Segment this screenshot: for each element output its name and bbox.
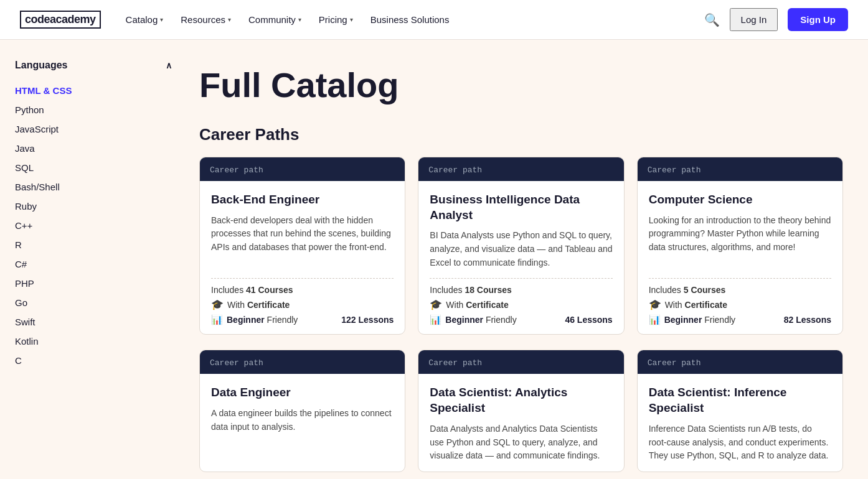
nav-item-resources[interactable]: Resources ▾ xyxy=(173,9,238,30)
card-description: A data engineer builds the pipelines to … xyxy=(211,407,394,463)
certificate-icon: 🎓 xyxy=(211,299,224,310)
card-lessons-count: 122 Lessons xyxy=(341,315,394,325)
card-header: Career path xyxy=(200,157,405,181)
card-certificate: 🎓 With Certificate xyxy=(211,299,394,310)
card-title: Data Engineer xyxy=(211,385,394,401)
page-layout: Languages ∧ HTML & CSSPythonJavaScriptJa… xyxy=(0,40,868,479)
card-certificate: 🎓 With Certificate xyxy=(649,299,831,310)
card-title: Data Scientist: Inference Specialist xyxy=(649,385,831,416)
logo-text2: academy xyxy=(50,13,96,26)
card-level: 📊 Beginner Friendly 122 Lessons xyxy=(211,314,394,325)
career-path-card[interactable]: Career path Data Engineer A data enginee… xyxy=(199,350,405,472)
card-title: Back-End Engineer xyxy=(211,192,394,208)
bar-chart-icon: 📊 xyxy=(430,314,441,325)
career-path-label: Career path xyxy=(428,358,482,368)
card-header: Career path xyxy=(418,157,623,181)
card-body: Data Scientist: Inference Specialist Inf… xyxy=(638,374,842,471)
card-description: Looking for an introduction to the theor… xyxy=(649,214,831,270)
career-path-label: Career path xyxy=(648,165,701,175)
card-certificate: 🎓 With Certificate xyxy=(430,299,612,310)
nav-right: 🔍 Log In Sign Up xyxy=(704,8,848,31)
chevron-down-icon: ▾ xyxy=(350,16,353,23)
sidebar-item-java[interactable]: Java xyxy=(15,139,172,158)
card-header: Career path xyxy=(638,157,842,181)
card-includes: Includes 41 Courses xyxy=(211,285,394,295)
sidebar-item-swift[interactable]: Swift xyxy=(15,312,172,332)
card-lessons-count: 82 Lessons xyxy=(784,315,831,325)
search-icon[interactable]: 🔍 xyxy=(704,12,720,27)
certificate-icon: 🎓 xyxy=(430,299,442,310)
card-body: Data Scientist: Analytics Specialist Dat… xyxy=(418,374,623,471)
card-title: Computer Science xyxy=(649,192,831,208)
sidebar-item-go[interactable]: Go xyxy=(15,293,172,312)
card-lessons-count: 46 Lessons xyxy=(565,315,612,325)
card-title: Business Intelligence Data Analyst xyxy=(430,192,612,223)
career-path-card[interactable]: Career path Business Intelligence Data A… xyxy=(418,157,624,335)
sidebar-items-list: HTML & CSSPythonJavaScriptJavaSQLBash/Sh… xyxy=(15,81,172,370)
with-label: With Certificate xyxy=(665,300,727,310)
card-body: Back-End Engineer Back-end developers de… xyxy=(200,181,405,334)
nav-item-community[interactable]: Community ▾ xyxy=(241,9,309,30)
career-path-label: Career path xyxy=(648,358,701,368)
sidebar: Languages ∧ HTML & CSSPythonJavaScriptJa… xyxy=(0,40,187,479)
sidebar-item-bash-shell[interactable]: Bash/Shell xyxy=(15,177,172,197)
card-body: Business Intelligence Data Analyst BI Da… xyxy=(418,181,623,334)
card-body: Data Engineer A data engineer builds the… xyxy=(200,374,405,471)
card-header: Career path xyxy=(638,350,842,374)
nav-resources-label: Resources xyxy=(181,14,225,25)
logo-text1: code xyxy=(25,13,50,26)
page-title: Full Catalog xyxy=(199,65,843,105)
chevron-down-icon: ▾ xyxy=(228,16,231,23)
career-path-label: Career path xyxy=(210,165,263,175)
card-includes: Includes 5 Courses xyxy=(649,285,831,295)
sidebar-item-c[interactable]: C xyxy=(15,351,172,370)
chevron-down-icon: ▾ xyxy=(298,16,301,23)
navbar: codeacademy Catalog ▾ Resources ▾ Commun… xyxy=(0,0,868,40)
login-button[interactable]: Log In xyxy=(730,8,778,31)
career-path-card[interactable]: Career path Data Scientist: Analytics Sp… xyxy=(418,350,624,472)
card-level: 📊 Beginner Friendly 82 Lessons xyxy=(649,314,831,325)
with-label: With Certificate xyxy=(227,300,290,310)
nav-item-business[interactable]: Business Solutions xyxy=(363,9,457,30)
sidebar-item-sql[interactable]: SQL xyxy=(15,158,172,177)
nav-item-pricing[interactable]: Pricing ▾ xyxy=(311,9,361,30)
card-includes: Includes 18 Courses xyxy=(430,285,612,295)
sidebar-item-php[interactable]: PHP xyxy=(15,274,172,293)
nav-catalog-label: Catalog xyxy=(126,14,158,25)
sidebar-item-c-[interactable]: C++ xyxy=(15,216,172,235)
card-description: Back-end developers deal with the hidden… xyxy=(211,214,394,270)
card-level: 📊 Beginner Friendly 46 Lessons xyxy=(430,314,612,325)
sidebar-languages-label: Languages xyxy=(15,60,67,71)
sidebar-item-c-[interactable]: C# xyxy=(15,254,172,274)
card-description: Inference Data Scientists run A/B tests,… xyxy=(649,422,831,463)
nav-item-catalog[interactable]: Catalog ▾ xyxy=(118,9,171,30)
sidebar-item-r[interactable]: R xyxy=(15,235,172,254)
career-paths-heading: Career Paths xyxy=(199,125,843,144)
nav-business-label: Business Solutions xyxy=(370,14,450,25)
card-body: Computer Science Looking for an introduc… xyxy=(638,181,842,334)
card-header: Career path xyxy=(418,350,623,374)
sidebar-item-html-css[interactable]: HTML & CSS xyxy=(15,81,172,100)
career-path-card[interactable]: Career path Back-End Engineer Back-end d… xyxy=(199,157,405,335)
career-path-card[interactable]: Career path Computer Science Looking for… xyxy=(637,157,843,335)
signup-button[interactable]: Sign Up xyxy=(788,8,848,31)
sidebar-section-languages[interactable]: Languages ∧ xyxy=(15,60,172,71)
chevron-down-icon: ▾ xyxy=(160,16,163,23)
career-paths-row1: Career path Back-End Engineer Back-end d… xyxy=(199,157,843,335)
sidebar-item-python[interactable]: Python xyxy=(15,100,172,119)
card-description: BI Data Analysts use Python and SQL to q… xyxy=(430,229,612,269)
nav-community-label: Community xyxy=(248,14,296,25)
sidebar-item-kotlin[interactable]: Kotlin xyxy=(15,332,172,351)
logo[interactable]: codeacademy xyxy=(20,11,101,29)
chevron-up-icon: ∧ xyxy=(166,60,172,70)
nav-links: Catalog ▾ Resources ▾ Community ▾ Pricin… xyxy=(118,9,704,30)
career-path-label: Career path xyxy=(210,358,263,368)
certificate-icon: 🎓 xyxy=(649,299,661,310)
sidebar-item-javascript[interactable]: JavaScript xyxy=(15,119,172,139)
bar-chart-icon: 📊 xyxy=(649,314,661,325)
card-header: Career path xyxy=(200,350,405,374)
sidebar-item-ruby[interactable]: Ruby xyxy=(15,197,172,216)
with-label: With Certificate xyxy=(446,300,508,310)
bar-chart-icon: 📊 xyxy=(211,314,223,325)
career-path-card[interactable]: Career path Data Scientist: Inference Sp… xyxy=(637,350,843,472)
